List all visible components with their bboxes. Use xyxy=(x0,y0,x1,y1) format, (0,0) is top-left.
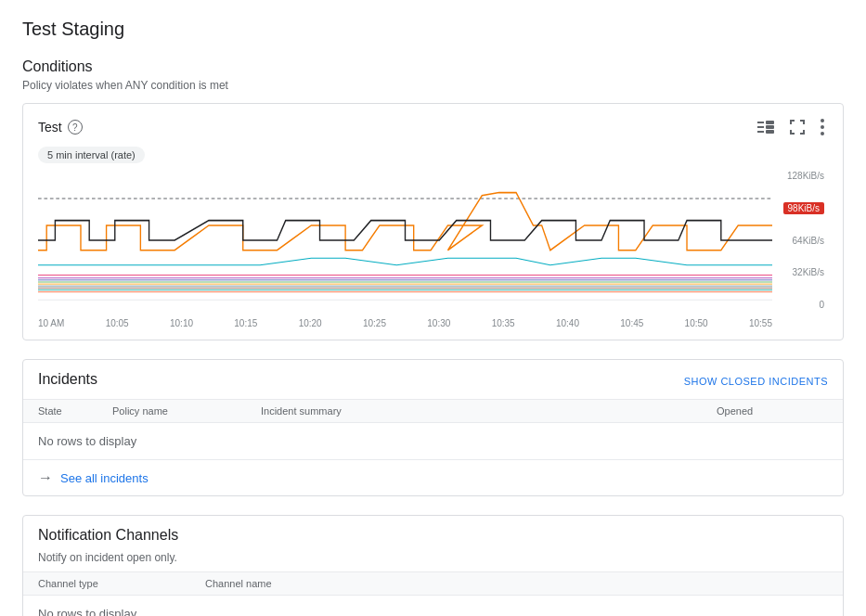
y-label-0: 0 xyxy=(819,300,824,310)
svg-rect-4 xyxy=(766,125,774,129)
chart-actions xyxy=(754,115,828,139)
col-policy-name: Policy name xyxy=(112,405,261,417)
see-all-row: → See all incidents xyxy=(23,460,843,495)
notification-card: Notification Channels Notify on incident… xyxy=(22,515,844,616)
x-label-8: 10:40 xyxy=(556,318,579,328)
expand-button[interactable] xyxy=(785,115,809,139)
x-label-9: 10:45 xyxy=(620,318,643,328)
x-label-6: 10:30 xyxy=(427,318,450,328)
col-opened: Opened xyxy=(717,405,828,417)
x-label-2: 10:10 xyxy=(170,318,193,328)
col-incident-summary: Incident summary xyxy=(261,405,717,417)
x-label-7: 10:35 xyxy=(492,318,515,328)
chart-title-area: Test ? xyxy=(38,120,83,135)
incidents-title: Incidents xyxy=(38,371,97,388)
col-channel-name: Channel name xyxy=(205,578,828,589)
notif-table-header: Channel type Channel name xyxy=(23,571,843,596)
legend-button[interactable] xyxy=(754,117,778,137)
y-label-128: 128KiB/s xyxy=(787,171,824,181)
chart-header: Test ? xyxy=(38,115,828,139)
chart-area xyxy=(38,171,772,310)
incidents-table-header: State Policy name Incident summary Opene… xyxy=(23,399,843,423)
svg-rect-1 xyxy=(757,126,764,128)
svg-point-6 xyxy=(821,119,824,122)
help-icon[interactable]: ? xyxy=(68,120,83,135)
chart-y-axis: 128KiB/s 98KiB/s 64KiB/s 32KiB/s 0 xyxy=(777,171,828,310)
svg-rect-2 xyxy=(757,131,764,133)
x-label-4: 10:20 xyxy=(299,318,322,328)
y-label-32: 32KiB/s xyxy=(793,267,824,277)
incidents-section: Incidents SHOW CLOSED INCIDENTS State Po… xyxy=(22,359,844,496)
chart-card: Test ? xyxy=(22,103,844,340)
notif-no-rows: No rows to display xyxy=(23,596,843,616)
incidents-header: Incidents SHOW CLOSED INCIDENTS xyxy=(23,360,843,399)
x-label-11: 10:55 xyxy=(749,318,772,328)
notification-title: Notification Channels xyxy=(38,527,178,543)
incidents-card: Incidents SHOW CLOSED INCIDENTS State Po… xyxy=(22,359,844,496)
notification-channels-section: Notification Channels Notify on incident… xyxy=(22,515,844,616)
y-label-threshold: 98KiB/s xyxy=(783,203,824,213)
chart-container: 128KiB/s 98KiB/s 64KiB/s 32KiB/s 0 10 AM… xyxy=(38,171,828,328)
svg-point-8 xyxy=(821,132,824,135)
chart-title: Test xyxy=(38,120,62,135)
show-closed-incidents-button[interactable]: SHOW CLOSED INCIDENTS xyxy=(684,376,828,387)
svg-rect-0 xyxy=(757,122,764,123)
svg-rect-3 xyxy=(766,121,774,124)
interval-badge: 5 min interval (rate) xyxy=(38,147,145,163)
conditions-section: Conditions Policy violates when ANY cond… xyxy=(22,58,844,340)
chart-x-axis: 10 AM 10:05 10:10 10:15 10:20 10:25 10:3… xyxy=(38,318,772,328)
x-label-1: 10:05 xyxy=(106,318,129,328)
conditions-title: Conditions xyxy=(22,58,844,75)
col-channel-type: Channel type xyxy=(38,578,205,589)
more-options-button[interactable] xyxy=(817,115,828,139)
see-all-incidents-link[interactable]: See all incidents xyxy=(60,471,149,485)
x-label-10: 10:50 xyxy=(685,318,708,328)
arrow-right-icon: → xyxy=(38,469,53,486)
page-title: Test Staging xyxy=(22,19,844,40)
threshold-badge: 98KiB/s xyxy=(783,202,824,214)
svg-point-7 xyxy=(821,125,824,129)
notification-subtitle: Notify on incident open only. xyxy=(23,547,843,571)
notification-header: Notification Channels xyxy=(23,516,843,547)
x-label-3: 10:15 xyxy=(234,318,257,328)
incidents-no-rows: No rows to display xyxy=(23,423,843,460)
y-label-64: 64KiB/s xyxy=(793,236,824,246)
x-label-0: 10 AM xyxy=(38,318,64,328)
x-label-5: 10:25 xyxy=(363,318,386,328)
conditions-subtitle: Policy violates when ANY condition is me… xyxy=(22,79,844,92)
svg-rect-5 xyxy=(766,130,774,134)
col-state: State xyxy=(38,405,112,417)
